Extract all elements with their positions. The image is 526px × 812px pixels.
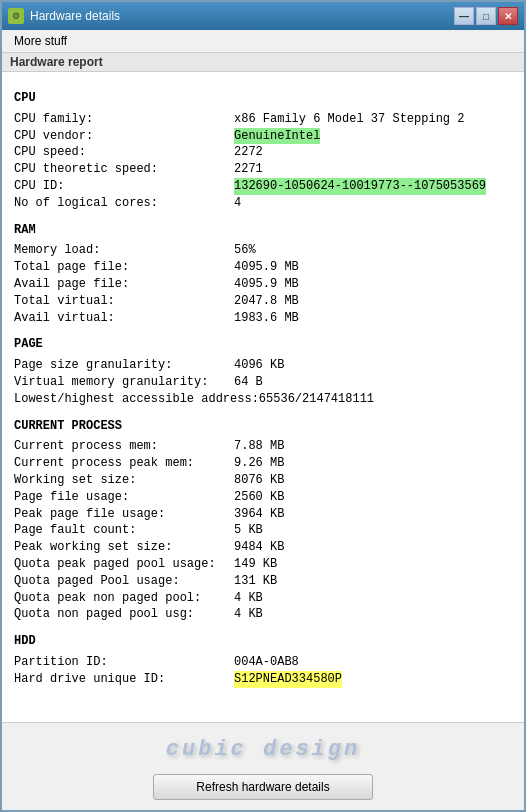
- cpu-id-value: 132690-1050624-10019773--1075053569: [234, 178, 486, 195]
- minimize-button[interactable]: —: [454, 7, 474, 25]
- ram-section-title: RAM: [14, 222, 512, 239]
- cpu-id-label: CPU ID:: [14, 178, 234, 195]
- memory-load-value: 56%: [234, 242, 256, 259]
- vm-granularity-value: 64 B: [234, 374, 263, 391]
- table-row: Total virtual: 2047.8 MB: [14, 293, 512, 310]
- current-process-mem-value: 7.88 MB: [234, 438, 284, 455]
- peak-working-set-size-value: 9484 KB: [234, 539, 284, 556]
- table-row: Working set size: 8076 KB: [14, 472, 512, 489]
- table-row: Partition ID: 004A-0AB8: [14, 654, 512, 671]
- hdd-section-title: HDD: [14, 633, 512, 650]
- window-title: Hardware details: [30, 9, 120, 23]
- table-row: Quota peak paged pool usage: 149 KB: [14, 556, 512, 573]
- cpu-vendor-value: GenuineIntel: [234, 128, 320, 145]
- table-row: Avail page file: 4095.9 MB: [14, 276, 512, 293]
- report-content: CPU CPU family: x86 Family 6 Model 37 St…: [2, 76, 524, 692]
- report-header: Hardware report: [2, 53, 524, 72]
- table-row: Lowest/highest accessible address: 65536…: [14, 391, 512, 408]
- current-process-peak-mem-value: 9.26 MB: [234, 455, 284, 472]
- table-row: Memory load: 56%: [14, 242, 512, 259]
- page-file-usage-value: 2560 KB: [234, 489, 284, 506]
- maximize-button[interactable]: □: [476, 7, 496, 25]
- cpu-speed-label: CPU speed:: [14, 144, 234, 161]
- title-controls: — □ ✕: [454, 7, 518, 25]
- table-row: Peak working set size: 9484 KB: [14, 539, 512, 556]
- hardware-details-window: ⚙ Hardware details — □ ✕ More stuff Hard…: [0, 0, 526, 812]
- total-page-file-label: Total page file:: [14, 259, 234, 276]
- table-row: Hard drive unique ID: S12PNEAD334580P: [14, 671, 512, 688]
- table-row: CPU theoretic speed: 2271: [14, 161, 512, 178]
- footer-area: cubic design Refresh hardware details: [2, 722, 524, 810]
- brand-logo: cubic design: [14, 731, 512, 768]
- avail-virtual-label: Avail virtual:: [14, 310, 234, 327]
- scrollable-content[interactable]: CPU CPU family: x86 Family 6 Model 37 St…: [2, 72, 524, 722]
- menu-bar: More stuff: [2, 30, 524, 53]
- peak-page-file-usage-label: Peak page file usage:: [14, 506, 234, 523]
- peak-page-file-usage-value: 3964 KB: [234, 506, 284, 523]
- cpu-theoretic-speed-value: 2271: [234, 161, 263, 178]
- avail-virtual-value: 1983.6 MB: [234, 310, 299, 327]
- quota-peak-non-paged-pool-label: Quota peak non paged pool:: [14, 590, 234, 607]
- hard-drive-unique-id-value: S12PNEAD334580P: [234, 671, 342, 688]
- table-row: Quota paged Pool usage: 131 KB: [14, 573, 512, 590]
- cpu-section-title: CPU: [14, 90, 512, 107]
- content-wrapper: CPU CPU family: x86 Family 6 Model 37 St…: [2, 72, 524, 810]
- table-row: Avail virtual: 1983.6 MB: [14, 310, 512, 327]
- cpu-logical-cores-value: 4: [234, 195, 241, 212]
- table-row: Page size granularity: 4096 KB: [14, 357, 512, 374]
- current-process-mem-label: Current process mem:: [14, 438, 234, 455]
- quota-peak-non-paged-pool-value: 4 KB: [234, 590, 263, 607]
- current-process-section-title: CURRENT PROCESS: [14, 418, 512, 435]
- cpu-speed-value: 2272: [234, 144, 263, 161]
- partition-id-label: Partition ID:: [14, 654, 234, 671]
- cpu-theoretic-speed-label: CPU theoretic speed:: [14, 161, 234, 178]
- peak-working-set-size-label: Peak working set size:: [14, 539, 234, 556]
- table-row: Current process mem: 7.88 MB: [14, 438, 512, 455]
- cpu-vendor-label: CPU vendor:: [14, 128, 234, 145]
- brand-text: cubic design: [166, 737, 360, 762]
- memory-load-label: Memory load:: [14, 242, 234, 259]
- total-page-file-value: 4095.9 MB: [234, 259, 299, 276]
- hard-drive-unique-id-label: Hard drive unique ID:: [14, 671, 234, 688]
- address-range-label: Lowest/highest accessible address:: [14, 391, 259, 408]
- page-section-title: PAGE: [14, 336, 512, 353]
- quota-peak-paged-pool-label: Quota peak paged pool usage:: [14, 556, 234, 573]
- table-row: Total page file: 4095.9 MB: [14, 259, 512, 276]
- page-fault-count-value: 5 KB: [234, 522, 263, 539]
- table-row: CPU vendor: GenuineIntel: [14, 128, 512, 145]
- partition-id-value: 004A-0AB8: [234, 654, 299, 671]
- menu-item-more-stuff[interactable]: More stuff: [8, 32, 73, 50]
- title-bar: ⚙ Hardware details — □ ✕: [2, 2, 524, 30]
- page-file-usage-label: Page file usage:: [14, 489, 234, 506]
- avail-page-file-value: 4095.9 MB: [234, 276, 299, 293]
- table-row: Page fault count: 5 KB: [14, 522, 512, 539]
- title-bar-left: ⚙ Hardware details: [8, 8, 120, 24]
- table-row: Virtual memory granularity: 64 B: [14, 374, 512, 391]
- total-virtual-value: 2047.8 MB: [234, 293, 299, 310]
- cpu-family-value: x86 Family 6 Model 37 Stepping 2: [234, 111, 464, 128]
- table-row: Peak page file usage: 3964 KB: [14, 506, 512, 523]
- table-row: CPU speed: 2272: [14, 144, 512, 161]
- cpu-logical-cores-label: No of logical cores:: [14, 195, 234, 212]
- address-range-value: 65536/2147418111: [259, 391, 374, 408]
- total-virtual-label: Total virtual:: [14, 293, 234, 310]
- window-icon: ⚙: [8, 8, 24, 24]
- working-set-size-value: 8076 KB: [234, 472, 284, 489]
- table-row: Page file usage: 2560 KB: [14, 489, 512, 506]
- page-fault-count-label: Page fault count:: [14, 522, 234, 539]
- current-process-peak-mem-label: Current process peak mem:: [14, 455, 234, 472]
- quota-paged-pool-label: Quota paged Pool usage:: [14, 573, 234, 590]
- table-row: Current process peak mem: 9.26 MB: [14, 455, 512, 472]
- avail-page-file-label: Avail page file:: [14, 276, 234, 293]
- table-row: CPU ID: 132690-1050624-10019773--1075053…: [14, 178, 512, 195]
- quota-non-paged-pool-value: 4 KB: [234, 606, 263, 623]
- quota-non-paged-pool-label: Quota non paged pool usg:: [14, 606, 234, 623]
- table-row: Quota peak non paged pool: 4 KB: [14, 590, 512, 607]
- cpu-family-label: CPU family:: [14, 111, 234, 128]
- page-granularity-value: 4096 KB: [234, 357, 284, 374]
- table-row: Quota non paged pool usg: 4 KB: [14, 606, 512, 623]
- table-row: No of logical cores: 4: [14, 195, 512, 212]
- quota-paged-pool-value: 131 KB: [234, 573, 277, 590]
- close-button[interactable]: ✕: [498, 7, 518, 25]
- refresh-hardware-details-button[interactable]: Refresh hardware details: [153, 774, 373, 800]
